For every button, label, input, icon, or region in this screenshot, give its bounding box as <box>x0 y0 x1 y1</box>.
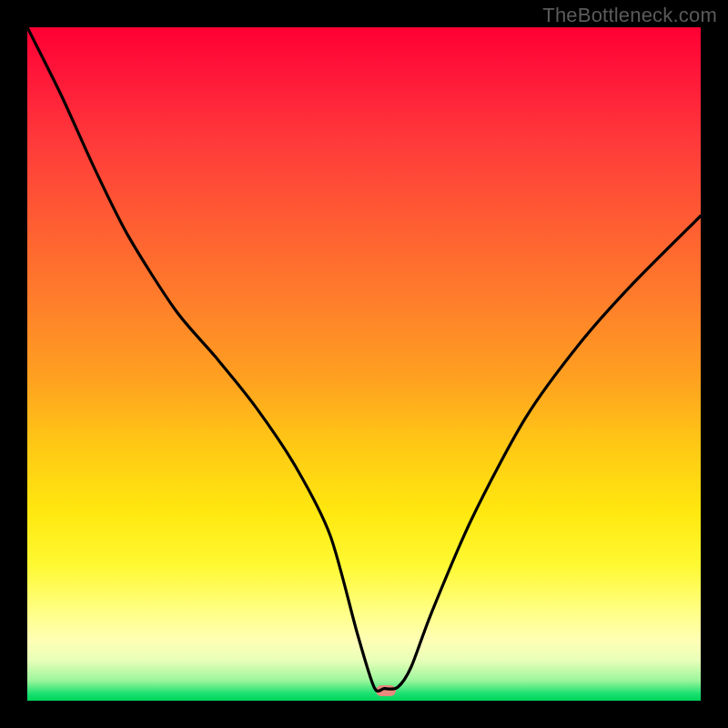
curve-path <box>27 27 701 691</box>
plot-area <box>27 27 701 701</box>
bottleneck-curve <box>27 27 701 701</box>
chart-frame: TheBottleneck.com <box>0 0 728 728</box>
watermark-text: TheBottleneck.com <box>542 4 717 27</box>
